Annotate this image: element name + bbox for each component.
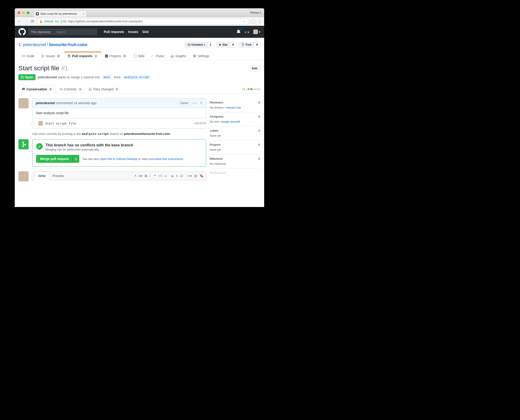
avatar-icon[interactable] bbox=[18, 98, 29, 108]
ul-icon[interactable]: ≣ bbox=[171, 174, 174, 178]
address-bar[interactable]: 🔒 GitHub, Inc. [US] https://github.com/p… bbox=[37, 18, 248, 25]
repo-link[interactable]: favourite-fruit-color bbox=[49, 42, 88, 47]
timeline: peterdesmet commented 14 seconds ago Own… bbox=[18, 98, 206, 181]
merge-button[interactable]: Merge pull request bbox=[36, 155, 73, 163]
tab-graphs[interactable]: Graphs bbox=[167, 52, 189, 60]
bold-icon[interactable]: B bbox=[145, 174, 147, 178]
star-button[interactable]: ★ Star 0 bbox=[216, 42, 237, 47]
request-review-link[interactable]: request one bbox=[226, 106, 241, 109]
head-branch[interactable]: analysis-script bbox=[123, 75, 150, 79]
notification-dot-icon bbox=[239, 29, 241, 31]
nav-pull-requests[interactable]: Pull requests bbox=[104, 30, 124, 34]
browser-tab[interactable]: Start script file by peterdesme × bbox=[34, 10, 87, 17]
write-tab[interactable]: Write bbox=[35, 172, 49, 180]
cli-instructions-link[interactable]: command line instructions bbox=[149, 157, 183, 161]
sidebar-reviewers: Reviewers⚙ No reviews—request one bbox=[210, 98, 260, 112]
ol-icon[interactable]: ≡ bbox=[176, 174, 178, 178]
back-icon[interactable]: ← bbox=[17, 19, 21, 24]
tab-projects[interactable]: Projects0 bbox=[101, 52, 130, 60]
header-nav: Pull requests Issues Gist bbox=[104, 30, 149, 34]
gear-icon[interactable]: ⚙ bbox=[258, 157, 260, 160]
reload-icon[interactable]: ⟳ bbox=[31, 19, 34, 24]
user-menu[interactable]: ▾ bbox=[253, 30, 260, 34]
tab-wiki[interactable]: Wiki bbox=[130, 52, 148, 60]
watch-button[interactable]: Unwatch ▾ 1 bbox=[185, 42, 214, 47]
nav-issues[interactable]: Issues bbox=[128, 30, 138, 34]
edit-comment-icon[interactable]: ✎ bbox=[200, 101, 203, 105]
nav-gist[interactable]: Gist bbox=[142, 30, 149, 34]
pr-number: #1 bbox=[61, 65, 68, 72]
bookmark-star-icon[interactable]: ☆ bbox=[243, 20, 246, 23]
chrome-menu-icon[interactable]: ⋮ bbox=[258, 19, 262, 24]
link-icon[interactable]: ∞ bbox=[164, 174, 167, 178]
edit-title-button[interactable]: Edit bbox=[249, 66, 260, 71]
preview-tab[interactable]: Preview bbox=[49, 172, 67, 180]
star-count[interactable]: 0 bbox=[230, 42, 237, 47]
watch-count[interactable]: 1 bbox=[208, 42, 214, 47]
state-badge: Open bbox=[18, 74, 36, 80]
gear-icon[interactable]: ⚙ bbox=[258, 143, 260, 146]
titlebar: Start script file by peterdesme × Person… bbox=[15, 8, 264, 17]
minimize-window-button[interactable] bbox=[22, 11, 25, 14]
assign-yourself-link[interactable]: assign yourself bbox=[222, 120, 240, 123]
code-icon[interactable]: <> bbox=[158, 174, 162, 178]
tab-commits[interactable]: Commits1 bbox=[56, 85, 86, 93]
italic-icon[interactable]: i bbox=[149, 174, 150, 178]
merge-status-title: This branch has no conflicts with the ba… bbox=[45, 143, 133, 147]
markdown-toolbar: AA▾ B i ❝ <> ∞ ≣ bbox=[135, 174, 204, 178]
text-size-icon[interactable]: AA▾ bbox=[135, 174, 142, 178]
pr-tabnav: Conversation0 Commits1 Files changed1 +1… bbox=[18, 85, 260, 94]
comment-body: Start analysis script file bbox=[32, 108, 206, 118]
browser-toolbar: ← → ⟳ 🔒 GitHub, Inc. [US] https://github… bbox=[15, 17, 264, 26]
sidebar-notifications: Notifications bbox=[210, 168, 260, 177]
notifications-icon[interactable] bbox=[237, 30, 240, 34]
new-comment-box: Write Preview AA▾ B i ❝ <> bbox=[32, 171, 206, 181]
maximize-window-button[interactable] bbox=[27, 11, 30, 14]
extension-icon[interactable] bbox=[251, 19, 255, 23]
saved-reply-icon[interactable]: 🔖 bbox=[200, 174, 204, 178]
add-reaction-icon[interactable]: +☺ bbox=[193, 101, 198, 105]
gear-icon[interactable]: ⚙ bbox=[258, 115, 260, 118]
avatar-icon[interactable] bbox=[38, 121, 43, 126]
gear-icon[interactable]: ⚙ bbox=[258, 101, 260, 104]
commit-sha[interactable]: c6c527b bbox=[194, 122, 206, 125]
tasklist-icon[interactable]: ☑ bbox=[180, 174, 183, 178]
tab-conversation[interactable]: Conversation0 bbox=[18, 85, 56, 94]
mention-icon[interactable]: @ bbox=[194, 174, 197, 178]
search-scope-button[interactable]: This repository bbox=[28, 29, 53, 35]
pr-container: Start script file #1 Edit Open peterdesm… bbox=[15, 60, 264, 186]
sidebar-projects: Projects⚙ None yet bbox=[210, 140, 260, 154]
commit-message[interactable]: Start script file bbox=[45, 122, 76, 125]
header-right: + ▾ ▾ bbox=[237, 30, 260, 34]
comment-box: peterdesmet commented 14 seconds ago Own… bbox=[32, 98, 206, 118]
open-in-desktop-link[interactable]: open this in GitHub Desktop bbox=[100, 157, 137, 161]
reply-icon[interactable]: ↩▾ bbox=[187, 174, 192, 178]
close-window-button[interactable] bbox=[17, 11, 20, 14]
search-wrap: This repository Search bbox=[28, 29, 97, 35]
tab-issues[interactable]: Issues0 bbox=[37, 52, 64, 60]
comment-author[interactable]: peterdesmet bbox=[36, 101, 55, 105]
url-text: https://github.com/peterdesmet/favourite… bbox=[68, 20, 143, 23]
chrome-profile-button[interactable]: Person 1 bbox=[250, 11, 261, 14]
owner-link[interactable]: peterdesmet bbox=[23, 42, 46, 47]
tab-settings[interactable]: Settings bbox=[189, 52, 213, 60]
search-input[interactable]: Search bbox=[53, 29, 97, 35]
repo-tabs: Code Issues0 Pull requests1 Projects0 Wi… bbox=[18, 52, 260, 60]
pr-sidebar: Reviewers⚙ No reviews—request one Assign… bbox=[210, 98, 260, 181]
gear-icon[interactable]: ⚙ bbox=[258, 129, 260, 132]
close-tab-icon[interactable]: × bbox=[83, 12, 85, 16]
tab-code[interactable]: Code bbox=[18, 52, 37, 60]
github-logo-icon[interactable] bbox=[18, 28, 26, 36]
comment-tabs: Write Preview AA▾ B i ❝ <> bbox=[32, 172, 206, 180]
discussion-layout: peterdesmet commented 14 seconds ago Own… bbox=[18, 98, 260, 181]
avatar-icon[interactable] bbox=[18, 171, 29, 181]
tab-pull-requests[interactable]: Pull requests1 bbox=[64, 52, 101, 60]
tab-pulse[interactable]: Pulse bbox=[148, 52, 167, 60]
base-branch[interactable]: main bbox=[102, 75, 112, 79]
fork-count[interactable]: 0 bbox=[254, 42, 260, 47]
quote-icon[interactable]: ❝ bbox=[154, 174, 156, 178]
tab-files-changed[interactable]: Files changed1 bbox=[86, 85, 122, 93]
create-new-menu[interactable]: + ▾ bbox=[245, 30, 249, 34]
fork-button[interactable]: Fork 0 bbox=[239, 42, 260, 47]
merge-dropdown[interactable]: ▾ bbox=[73, 155, 79, 163]
